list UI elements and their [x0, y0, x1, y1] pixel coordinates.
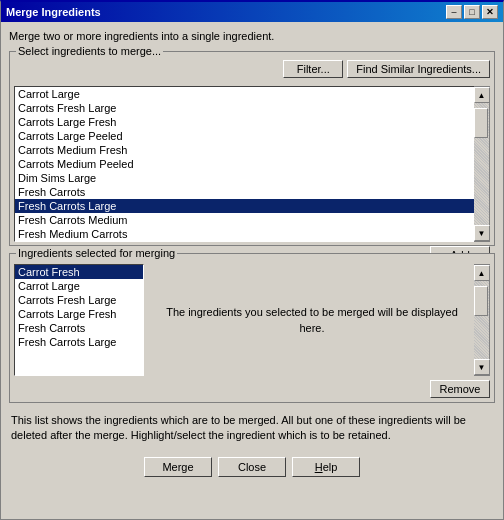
merge-list-item[interactable]: Carrot Large [15, 279, 143, 293]
merge-list-item[interactable]: Fresh Carrots [15, 321, 143, 335]
maximize-button[interactable]: □ [464, 5, 480, 19]
merge-left-list: Carrot Fresh Carrot Large Carrots Fresh … [14, 264, 144, 376]
help-button[interactable]: Help [292, 457, 360, 477]
list-item-selected[interactable]: Fresh Carrots Large [15, 199, 474, 213]
merge-list-item[interactable]: Fresh Carrots Large [15, 335, 143, 349]
ingredients-listbox[interactable]: Carrot Large Carrots Fresh Large Carrots… [14, 86, 474, 242]
title-bar: Merge Ingredients – □ ✕ [1, 2, 503, 22]
bottom-buttons: Merge Close Help [9, 453, 495, 481]
description-text: Merge two or more ingredients into a sin… [9, 30, 495, 42]
select-ingredients-group: Select ingredients to merge... Filter...… [9, 51, 495, 246]
close-dialog-button[interactable]: Close [218, 457, 286, 477]
merge-button[interactable]: Merge [144, 457, 212, 477]
remove-button[interactable]: Remove [430, 380, 490, 398]
merge-scroll-up-button[interactable]: ▲ [474, 265, 490, 281]
list-item[interactable]: Carrots Large Fresh [15, 115, 474, 129]
merge-scroll-track [474, 281, 489, 359]
close-button[interactable]: ✕ [482, 5, 498, 19]
merge-listbox[interactable]: Carrot Fresh Carrot Large Carrots Fresh … [14, 264, 144, 376]
scroll-track [474, 103, 489, 225]
ingredients-list-wrapper: Carrot Large Carrots Fresh Large Carrots… [14, 86, 490, 242]
merge-ingredients-window: Merge Ingredients – □ ✕ Merge two or mor… [0, 0, 504, 520]
list-item[interactable]: Dim Sims Large [15, 171, 474, 185]
remove-row: Remove [14, 380, 490, 398]
merge-scrollbar[interactable]: ▲ ▼ [474, 264, 490, 376]
merge-list-item[interactable]: Carrots Fresh Large [15, 293, 143, 307]
list-item[interactable]: Carrots Fresh Large [15, 101, 474, 115]
window-title: Merge Ingredients [6, 6, 101, 18]
list-item[interactable]: Fresh Carrots [15, 185, 474, 199]
title-bar-controls: – □ ✕ [446, 5, 498, 19]
merge-ingredients-group: Ingredients selected for merging Carrot … [9, 253, 495, 403]
scroll-down-button[interactable]: ▼ [474, 225, 490, 241]
list-item[interactable]: Fresh Carrots Medium [15, 213, 474, 227]
merge-group-label: Ingredients selected for merging [16, 247, 177, 259]
minimize-button[interactable]: – [446, 5, 462, 19]
merge-inner: Carrot Fresh Carrot Large Carrots Fresh … [14, 264, 472, 376]
merge-list-section: Carrot Fresh Carrot Large Carrots Fresh … [14, 258, 490, 398]
main-content: Merge two or more ingredients into a sin… [1, 22, 503, 519]
merge-list-wrapper: Carrot Fresh Carrot Large Carrots Fresh … [14, 264, 490, 376]
merge-placeholder: The ingredients you selected to be merge… [152, 264, 472, 376]
scroll-up-button[interactable]: ▲ [474, 87, 490, 103]
list-item[interactable]: Carrot Large [15, 87, 474, 101]
merge-list-item[interactable]: Carrots Large Fresh [15, 307, 143, 321]
list-item[interactable]: Carrots Large Peeled [15, 129, 474, 143]
scroll-thumb[interactable] [474, 108, 488, 138]
find-similar-button[interactable]: Find Similar Ingredients... [347, 60, 490, 78]
merge-scroll-down-button[interactable]: ▼ [474, 359, 490, 375]
merge-btn-label: Merge [162, 461, 193, 473]
merge-note: This list shows the ingredients which ar… [9, 413, 495, 444]
help-btn-label: Help [315, 461, 338, 473]
list-item[interactable]: Carrots Medium Peeled [15, 157, 474, 171]
close-btn-label: Close [238, 461, 266, 473]
list-item[interactable]: Fresh Medium Carrots [15, 227, 474, 241]
merge-scroll-thumb[interactable] [474, 286, 488, 316]
merge-list-item-selected[interactable]: Carrot Fresh [15, 265, 143, 279]
filter-button[interactable]: Filter... [283, 60, 343, 78]
list-item[interactable]: Carrots Medium Fresh [15, 143, 474, 157]
top-controls: Filter... Find Similar Ingredients... [14, 60, 490, 78]
ingredients-scrollbar[interactable]: ▲ ▼ [474, 86, 490, 242]
select-group-label: Select ingredients to merge... [16, 45, 163, 57]
